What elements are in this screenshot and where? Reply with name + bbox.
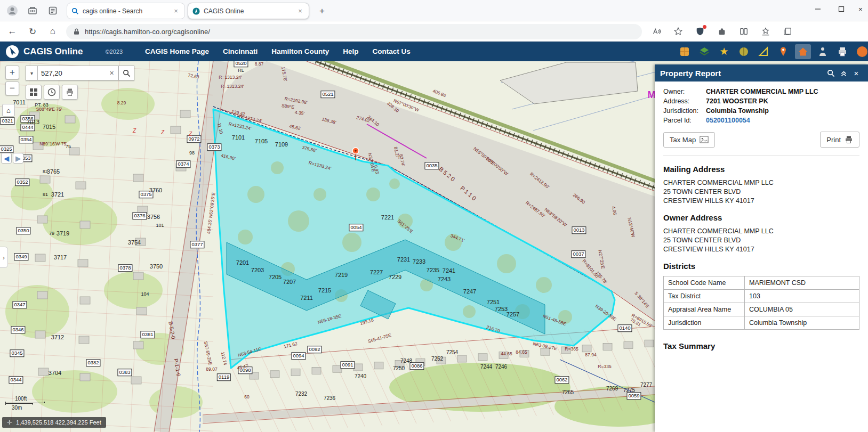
map-viewport[interactable]: 0520052100350054001300370140005903210325…	[0, 61, 868, 432]
map-text-label: 7207	[283, 279, 296, 285]
tab-title: CAGIS Online	[204, 7, 244, 15]
map-text-label: 7211	[300, 295, 313, 301]
collections-icon[interactable]	[780, 24, 795, 39]
swipe-icon[interactable]	[736, 44, 752, 59]
minimize-icon[interactable]	[806, 0, 830, 18]
parcel-id-label: 0373	[207, 143, 221, 151]
previous-extent-icon[interactable]: ◀	[1, 153, 12, 164]
parcel-id-label: 0325	[0, 145, 14, 153]
close-window-icon[interactable]: ×	[853, 0, 868, 18]
map-text-label: S55°00'00"W	[485, 156, 509, 176]
split-screen-icon[interactable]	[736, 24, 751, 39]
tab-close-icon[interactable]: ×	[172, 7, 180, 15]
nav-cincinnati[interactable]: Cincinnati	[223, 47, 258, 55]
parcel-id-label: 0350	[16, 227, 30, 234]
map-text-label: 72.63	[188, 73, 199, 79]
print-icon[interactable]	[834, 44, 850, 59]
workspaces-icon[interactable]	[25, 3, 41, 19]
map-text-label: Z	[133, 128, 136, 134]
property-report-house-icon[interactable]	[795, 44, 811, 59]
map-text-label: 7219	[335, 272, 348, 278]
search-input[interactable]	[37, 66, 106, 80]
parcel-id-link[interactable]: 052001100054	[706, 117, 859, 124]
measure-icon[interactable]	[756, 44, 771, 59]
owner-address-line: CRESTVIEW HILLS KY 41017	[663, 246, 859, 253]
parcel-id-label: 0013	[572, 226, 586, 234]
map-text-label: R=1233.24'	[308, 160, 332, 170]
print-report-button[interactable]: Print	[820, 132, 859, 148]
locate-pin-icon[interactable]	[775, 44, 791, 59]
map-text-label: 7231	[397, 257, 410, 263]
url-field[interactable]: https://cagis.hamilton-co.org/cagisonlin…	[66, 24, 642, 39]
district-value: Columbia Township	[745, 316, 859, 330]
map-text-label: 7240	[355, 374, 366, 379]
tab-cagis[interactable]: CAGIS Online ×	[188, 3, 309, 19]
panel-title: Property Report	[660, 69, 721, 78]
nav-cagis-home[interactable]: CAGIS Home Page	[145, 47, 209, 55]
map-text-label: R=335	[598, 364, 611, 369]
next-extent-icon[interactable]: ▶	[13, 153, 23, 164]
layers-icon[interactable]	[696, 44, 712, 59]
parcel-id-label: 0375	[139, 191, 153, 198]
map-text-label: 7236	[324, 396, 335, 401]
panel-search-icon[interactable]	[824, 67, 837, 79]
tracking-shield-icon[interactable]	[693, 24, 708, 39]
panel-close-icon[interactable]: ×	[850, 67, 863, 79]
panel-collapse-icon[interactable]	[837, 67, 850, 79]
map-text-label: 7243	[438, 276, 451, 282]
refresh-icon[interactable]: ↻	[25, 23, 41, 39]
back-icon[interactable]: ←	[4, 23, 20, 39]
home-icon[interactable]: ⌂	[45, 23, 61, 39]
map-text-label: 135.78'	[595, 271, 608, 285]
profile-avatar-icon[interactable]	[4, 3, 20, 19]
print-label: Print	[826, 136, 841, 144]
read-aloud-icon[interactable]	[649, 24, 664, 39]
nav-hamilton-county[interactable]: Hamilton County	[271, 47, 329, 55]
map-text-label: 7203	[251, 267, 264, 273]
default-extent-home-icon[interactable]: ⌂	[2, 104, 15, 117]
map-text-label: PT. 83	[35, 103, 49, 108]
street-view-icon[interactable]	[815, 44, 831, 59]
map-text-label: 7227	[370, 270, 383, 275]
map-text-label: 45.47	[237, 363, 249, 370]
district-value: 103	[745, 290, 859, 303]
map-text-label: R=6101.50'	[582, 259, 600, 280]
favorite-star-icon[interactable]	[671, 24, 686, 39]
basemap-icon[interactable]	[677, 44, 693, 59]
panel-header: Property Report ×	[655, 64, 868, 81]
tab-close-icon[interactable]: ×	[296, 7, 304, 15]
tax-map-button[interactable]: Tax Map	[663, 132, 715, 148]
map-text-label: P-1-1-0	[173, 358, 181, 377]
map-text-label: 7015	[43, 124, 55, 130]
cagis-logo	[5, 45, 19, 59]
tab-actions-icon[interactable]	[45, 3, 61, 19]
map-text-label: 4.35'	[294, 110, 304, 116]
favorites-bar-icon[interactable]	[758, 24, 773, 39]
search-clear-icon[interactable]: ×	[106, 66, 118, 80]
nav-help[interactable]: Help	[343, 47, 358, 55]
search-dropdown-icon[interactable]: ▾	[26, 66, 37, 80]
zoom-in-button[interactable]: +	[5, 66, 19, 79]
print-map-icon[interactable]	[62, 85, 78, 100]
bookmarks-star-icon[interactable]: ★	[716, 44, 732, 59]
map-text-label: 81.27'	[393, 146, 400, 159]
new-tab-button[interactable]: +	[316, 5, 328, 18]
search-icon[interactable]	[118, 66, 134, 80]
basemap-gallery-icon[interactable]	[26, 85, 42, 100]
map-text-label: 266.90	[572, 193, 586, 205]
mailing-address-line: CRESTVIEW HILLS KY 41017	[663, 197, 859, 205]
district-label: Jurisdiction	[664, 316, 745, 330]
parcel-id-label: 0035	[424, 162, 439, 169]
extensions-puzzle-icon[interactable]	[714, 24, 729, 39]
map-text-label: N63-54-11E	[237, 347, 262, 358]
zoom-out-button[interactable]: −	[5, 81, 19, 95]
owner-address-line: CHARTER COMMERCIAL MMP LLC	[663, 227, 859, 235]
parcel-id-label: 0521	[320, 91, 335, 98]
map-text-label: 416.90'	[221, 153, 236, 161]
tab-search[interactable]: cagis online - Search ×	[67, 3, 185, 19]
nav-contact-us[interactable]: Contact Us	[373, 47, 411, 55]
more-tools-icon[interactable]	[854, 44, 868, 59]
panel-expander[interactable]: ›	[0, 247, 8, 268]
maximize-icon[interactable]	[830, 0, 853, 18]
history-clock-icon[interactable]	[44, 85, 60, 100]
